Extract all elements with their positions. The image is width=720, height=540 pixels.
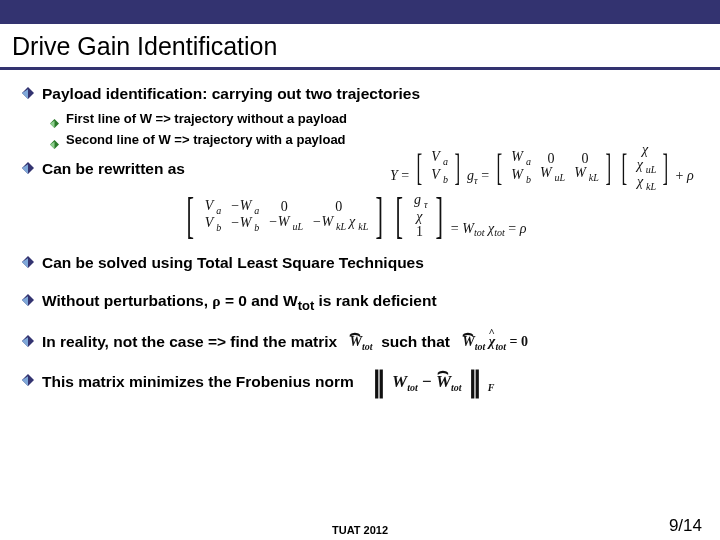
s: b [216,222,221,233]
s: tot [298,298,314,313]
s: τ [424,199,428,210]
v: 0 [534,152,568,167]
s: uL [646,163,657,174]
eq-sym: = [401,168,409,183]
s: b [254,222,259,233]
t: = 0 and W [221,292,298,309]
t: This matrix minimizes the Frobenius norm [42,373,354,390]
diamond-small-icon [50,135,59,144]
s: kL [358,221,368,232]
v: −W [265,214,292,229]
bullet-text: In reality, not the case => find the mat… [42,332,528,353]
s: kL [336,221,346,232]
header-band [0,0,720,24]
t: is rank deficient [314,292,436,309]
s: F [488,382,495,393]
matrix: [ Wa Wb 0 WuL 0 WkL ] [493,150,615,185]
v: W [537,165,555,180]
eq-sym: = [481,168,489,183]
v: V [202,198,217,213]
s: tot [474,227,485,238]
bullet-text: Can be solved using Total Least Square T… [42,253,424,272]
v: W [571,165,589,180]
v: V [202,215,217,230]
diamond-icon [22,256,34,268]
eq-sym: + [676,168,684,183]
v: V [428,149,443,164]
s: a [526,156,531,167]
eq-sym: − [418,372,436,391]
v: W [508,149,526,164]
v: 1 [408,225,431,240]
equation-homog: Wtot χtot = 0 [462,333,528,353]
s: tot [494,227,505,238]
content-area: Payload identification: carrying out two… [0,70,720,395]
diamond-icon [22,162,34,174]
s: a [443,156,448,167]
equation-Wtot-hat: Wtot [349,333,372,353]
v: W [392,372,407,391]
rho-symbol: ρ [212,292,220,309]
bullet-item: Payload identification: carrying out two… [22,84,700,103]
v: ρ [520,220,527,235]
t: such that [381,333,450,350]
t: Without perturbations, [42,292,212,309]
s: tot [407,382,418,393]
v: W [349,334,361,349]
sub-list: First line of W => trajectory without a … [50,111,700,147]
s: b [443,173,448,184]
vector: [ χ χuL χkL ] [618,143,672,192]
s: tot [495,341,506,352]
diamond-icon [22,374,34,386]
s: tot [362,341,373,352]
v: χ [346,214,358,229]
bullet-text: Payload identification: carrying out two… [42,84,420,103]
s: τ [474,175,478,186]
s: b [526,173,531,184]
diamond-icon [22,87,34,99]
page-number: 9/14 [669,516,702,536]
t: In reality, not the case => find the mat… [42,333,337,350]
page-title: Drive Gain Identification [12,32,708,61]
v: W [436,372,451,391]
s: kL [589,172,599,183]
v: χ [634,157,646,172]
bullet-item: Can be solved using Total Least Square T… [22,253,700,272]
v: W [462,220,474,235]
v: 0 [568,152,602,167]
v: −W [227,198,254,213]
s: uL [555,172,566,183]
s: uL [292,221,303,232]
v: χ [631,143,660,158]
matrix: [ VaVb ] [413,150,464,185]
v: χ [489,334,496,349]
equation-rewritten: [ Va Vb −Wa −Wb 0 −WuL 0 −WkLχkL ] [ gτ [182,193,700,240]
v: χ [408,210,431,225]
diamond-icon [22,335,34,347]
matrix: [ Va Vb −Wa −Wb 0 −WuL 0 −WkLχkL ] [182,199,388,234]
title-row: Drive Gain Identification [0,24,720,70]
sub-text: Second line of W => trajectory with a pa… [66,132,346,147]
vector: [ gτ χ 1 ] [391,193,447,240]
v: 0 [262,200,306,215]
v: −W [309,214,336,229]
v: ρ [687,168,694,183]
sub-item: First line of W => trajectory without a … [50,111,700,126]
diamond-small-icon [50,114,59,123]
eq-sym: = [451,220,459,235]
equation-frobenius: Wtot − Wtot F [366,371,494,395]
bullet-item: In reality, not the case => find the mat… [22,332,700,353]
s: kL [646,181,656,192]
bullet-text: This matrix minimizes the Frobenius norm… [42,371,495,395]
v: V [428,167,443,182]
v: g [411,192,424,207]
bullet-text: Without perturbations, ρ = 0 and Wtot is… [42,291,437,314]
bullet-item: This matrix minimizes the Frobenius norm… [22,371,700,395]
v: W [508,167,526,182]
v: −W [227,215,254,230]
s: a [216,205,221,216]
eq-sym: = [508,220,516,235]
diamond-icon [22,294,34,306]
eq-sym: = 0 [509,334,527,349]
v: W [462,334,474,349]
